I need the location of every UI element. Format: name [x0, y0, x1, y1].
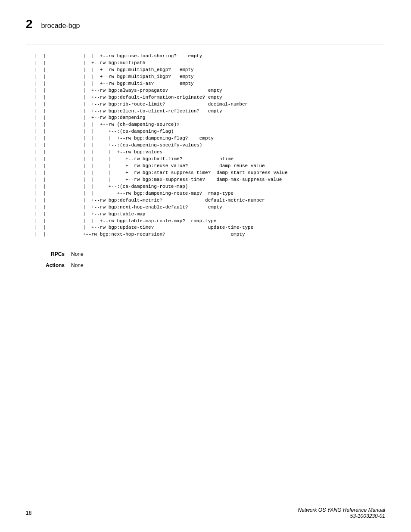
actions-label: Actions: [34, 262, 65, 268]
chapter-header: 2 brocade-bgp: [26, 17, 385, 31]
chapter-title: brocade-bgp: [41, 22, 80, 30]
actions-row: Actions None: [34, 262, 385, 268]
rpcs-label: RPCs: [34, 251, 65, 257]
footer-page-number: 18: [26, 510, 31, 516]
actions-value: None: [71, 262, 84, 268]
footer-document-info: Network OS YANG Reference Manual 53-1003…: [298, 507, 385, 519]
rpcs-row: RPCs None: [34, 251, 385, 257]
page-footer: 18 Network OS YANG Reference Manual 53-1…: [0, 507, 411, 519]
rpcs-value: None: [71, 251, 84, 257]
page-container: 2 brocade-bgp | | | | +--rw bgp:use-load…: [0, 0, 411, 532]
chapter-number: 2: [26, 17, 33, 31]
code-block: | | | | +--rw bgp:use-load-sharing? empt…: [34, 53, 385, 238]
footer-document-number: 53-1003230-01: [350, 513, 385, 519]
divider-line: [26, 44, 385, 44]
footer-document-title: Network OS YANG Reference Manual: [298, 507, 385, 513]
